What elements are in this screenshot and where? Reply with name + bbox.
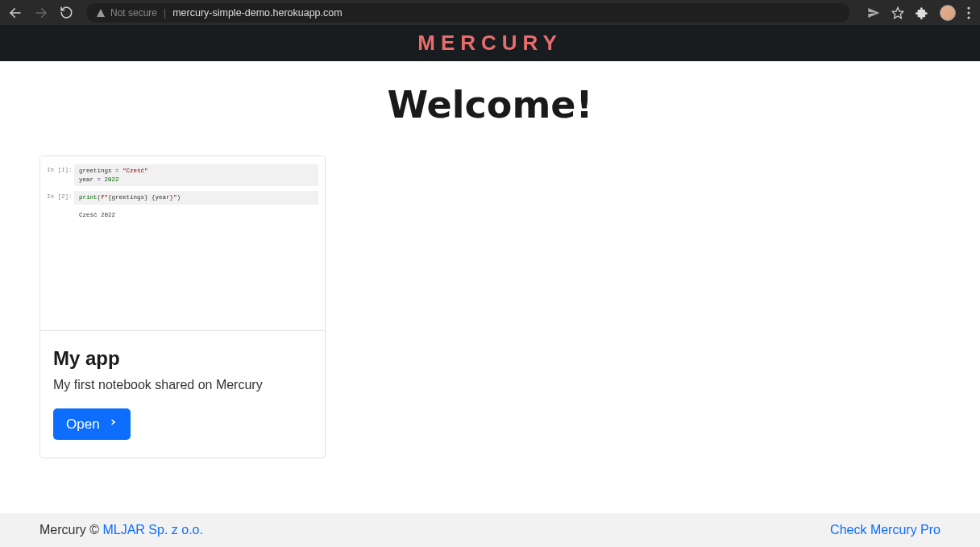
reload-icon[interactable] [60, 6, 73, 19]
footer: Mercury © MLJAR Sp. z o.o. Check Mercury… [0, 513, 980, 547]
app-header: MERCURY [0, 25, 980, 61]
not-secure-label: Not secure [110, 7, 157, 19]
card-description: My first notebook shared on Mercury [53, 378, 312, 392]
card-body: My app My first notebook shared on Mercu… [40, 331, 325, 458]
company-link[interactable]: MLJAR Sp. z o.o. [102, 523, 203, 537]
address-bar[interactable]: Not secure | mercury-simple-demo.herokua… [86, 3, 849, 23]
cell-input: greetings = "Cześć" year = 2022 [74, 164, 318, 186]
open-button[interactable]: Open [53, 408, 131, 440]
mercury-logo[interactable]: MERCURY [417, 31, 562, 56]
svg-point-5 [967, 16, 970, 19]
cell-input: print(f"{greetings} {year}") [74, 191, 318, 205]
not-secure-badge: Not secure [96, 7, 157, 19]
browser-toolbar: Not secure | mercury-simple-demo.herokua… [0, 0, 980, 25]
main-content: Welcome! In [1]: greetings = "Cześć" yea… [0, 61, 980, 513]
code-cell: In [2]: print(f"{greetings} {year}") [47, 191, 318, 205]
svg-marker-2 [892, 7, 903, 18]
toolbar-right [862, 5, 972, 21]
back-icon[interactable] [8, 6, 23, 20]
url-divider: | [164, 7, 166, 19]
cell-prompt: In [1]: [47, 164, 69, 186]
page-title: Welcome! [0, 83, 980, 126]
menu-icon[interactable] [967, 6, 970, 19]
mercury-pro-link[interactable]: Check Mercury Pro [830, 523, 941, 537]
open-button-label: Open [66, 416, 100, 433]
svg-point-3 [967, 6, 970, 9]
nav-buttons [8, 6, 73, 20]
card-grid: In [1]: greetings = "Cześć" year = 2022 … [0, 155, 980, 458]
code-cell: In [1]: greetings = "Cześć" year = 2022 [47, 164, 318, 186]
notebook-preview: In [1]: greetings = "Cześć" year = 2022 … [40, 156, 325, 331]
card-title: My app [53, 347, 312, 370]
cell-output: Cześć 2022 [74, 209, 318, 221]
cell-prompt-empty [47, 209, 69, 221]
bookmark-icon[interactable] [891, 6, 904, 19]
footer-left: Mercury © MLJAR Sp. z o.o. [39, 523, 203, 537]
avatar[interactable] [940, 5, 956, 21]
cell-prompt: In [2]: [47, 191, 69, 205]
extensions-icon[interactable] [916, 6, 928, 19]
arrow-right-icon [105, 416, 118, 433]
send-icon[interactable] [867, 6, 880, 19]
svg-point-4 [967, 11, 970, 14]
notebook-card: In [1]: greetings = "Cześć" year = 2022 … [39, 155, 326, 458]
url-text: mercury-simple-demo.herokuapp.com [172, 7, 343, 19]
code-output-row: Cześć 2022 [47, 209, 318, 221]
footer-prefix: Mercury © [39, 523, 102, 537]
forward-icon[interactable] [34, 6, 48, 20]
